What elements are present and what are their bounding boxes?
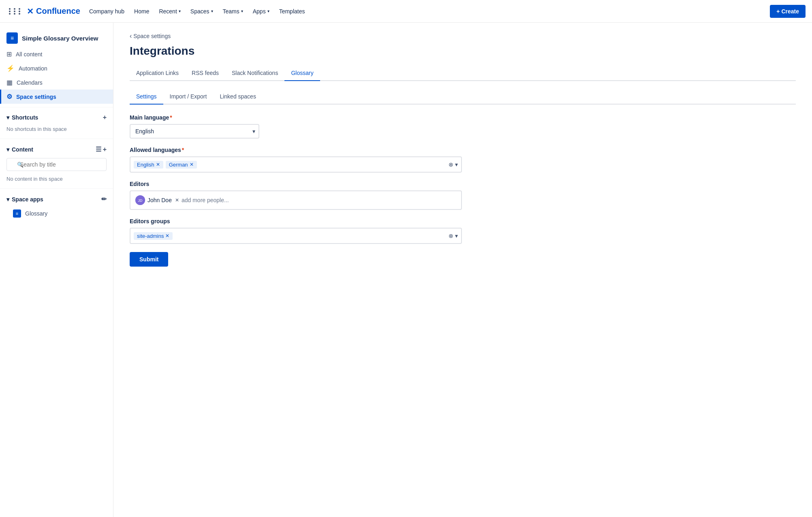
- editors-groups-actions: ⊗ ▾: [449, 233, 458, 239]
- main-language-select-wrapper: English German French Spanish ▾: [130, 124, 259, 139]
- space-apps-edit-icon[interactable]: ✏: [101, 195, 107, 203]
- editors-groups-label: Editors groups: [130, 218, 462, 224]
- all-content-icon: ⊞: [6, 50, 12, 58]
- shortcuts-header[interactable]: ▾ Shortcuts +: [0, 111, 113, 124]
- submit-button[interactable]: Submit: [130, 252, 168, 267]
- nav-company-hub[interactable]: Company hub: [85, 6, 128, 17]
- editors-groups-field: Editors groups site-admins ✕ ⊗ ▾: [130, 218, 462, 244]
- sidebar-shortcuts-section: ▾ Shortcuts + No shortcuts in this space: [0, 107, 113, 135]
- sidebar-item-calendars[interactable]: ▦ Calendars: [0, 75, 113, 90]
- sidebar-space-apps-section: ▾ Space apps ✏ ≡ Glossary: [0, 188, 113, 221]
- shortcuts-add-icon[interactable]: +: [103, 114, 107, 121]
- back-arrow-icon: ‹: [130, 32, 132, 40]
- editor-john-doe-remove[interactable]: ✕: [175, 197, 179, 203]
- confluence-logo[interactable]: ✕ Confluence: [27, 6, 80, 16]
- sidebar-space-title: ≡ Simple Glossary Overview: [0, 29, 113, 47]
- content-header[interactable]: ▾ Content ☰ +: [0, 142, 113, 156]
- shortcuts-empty-text: No shortcuts in this space: [0, 124, 113, 135]
- secondary-tabs: Settings Import / Export Linked spaces: [130, 89, 796, 105]
- calendars-icon: ▦: [6, 79, 13, 86]
- tab-application-links[interactable]: Application Links: [130, 66, 185, 81]
- required-star-2: *: [182, 147, 184, 153]
- editor-avatar: JD: [135, 195, 145, 205]
- allowed-languages-actions: ⊗ ▾: [449, 161, 458, 168]
- sidebar-item-space-settings[interactable]: ⚙ Space settings: [0, 90, 113, 104]
- tag-english-remove[interactable]: ✕: [156, 162, 160, 167]
- automation-icon: ⚡: [6, 64, 15, 72]
- main-content: ‹ Space settings Integrations Applicatio…: [113, 23, 812, 517]
- allowed-languages-chevron-icon[interactable]: ▾: [455, 161, 458, 168]
- tag-english: English ✕: [134, 161, 163, 169]
- space-apps-header[interactable]: ▾ Space apps ✏: [0, 192, 113, 206]
- editors-groups-chevron-icon[interactable]: ▾: [455, 233, 458, 239]
- editors-groups-input[interactable]: site-admins ✕ ⊗ ▾: [130, 228, 462, 244]
- nav-recent[interactable]: Recent: [155, 6, 184, 17]
- top-navigation: ✕ Confluence Company hub Home Recent Spa…: [0, 0, 812, 23]
- editors-field: Editors JD John Doe ✕ add more people...: [130, 181, 462, 210]
- allowed-languages-input[interactable]: English ✕ German ✕ ⊗ ▾: [130, 156, 462, 173]
- sidebar-app-glossary[interactable]: ≡ Glossary: [0, 206, 113, 221]
- main-language-label: Main language *: [130, 114, 462, 121]
- sidebar-item-automation[interactable]: ⚡ Automation: [0, 61, 113, 75]
- tag-site-admins: site-admins ✕: [134, 232, 173, 240]
- glossary-app-icon: ≡: [13, 209, 21, 218]
- content-search-wrap: 🔍: [0, 156, 113, 174]
- search-icon: 🔍: [17, 162, 24, 168]
- sidebar-content-section: ▾ Content ☰ + 🔍 No content in this space: [0, 139, 113, 185]
- tab-rss-feeds[interactable]: RSS feeds: [185, 66, 225, 81]
- confluence-logo-icon: ✕: [27, 6, 34, 16]
- space-settings-icon: ⚙: [6, 93, 12, 100]
- content-add-icon[interactable]: +: [103, 146, 107, 153]
- space-apps-collapse-icon: ▾: [6, 196, 9, 203]
- tab-slack-notifications[interactable]: Slack Notifications: [225, 66, 284, 81]
- sidebar-item-all-content[interactable]: ⊞ All content: [0, 47, 113, 61]
- confluence-logo-text: Confluence: [36, 6, 80, 16]
- nav-spaces[interactable]: Spaces: [186, 6, 217, 17]
- main-language-field: Main language * English German French Sp…: [130, 114, 462, 139]
- tab-import-export[interactable]: Import / Export: [163, 89, 214, 105]
- space-icon: ≡: [6, 32, 18, 44]
- editors-groups-clear-icon[interactable]: ⊗: [449, 233, 453, 239]
- nav-home[interactable]: Home: [130, 6, 153, 17]
- create-button[interactable]: + Create: [770, 5, 806, 18]
- allowed-languages-label: Allowed languages *: [130, 147, 462, 153]
- tag-german: German ✕: [166, 161, 197, 169]
- shortcuts-collapse-icon: ▾: [6, 114, 9, 121]
- tab-linked-spaces[interactable]: Linked spaces: [213, 89, 263, 105]
- page-title: Integrations: [130, 45, 796, 58]
- content-filter-icon[interactable]: ☰: [96, 145, 101, 153]
- editors-placeholder[interactable]: add more people...: [182, 197, 229, 203]
- content-collapse-icon: ▾: [6, 146, 9, 153]
- tag-site-admins-remove[interactable]: ✕: [165, 233, 169, 238]
- editors-input[interactable]: JD John Doe ✕ add more people...: [130, 190, 462, 210]
- nav-templates[interactable]: Templates: [275, 6, 309, 17]
- apps-grid-icon[interactable]: [6, 6, 25, 17]
- settings-form: Main language * English German French Sp…: [130, 114, 462, 267]
- nav-teams[interactable]: Teams: [219, 6, 247, 17]
- svg-text:JD: JD: [138, 199, 143, 203]
- back-to-space-settings[interactable]: ‹ Space settings: [130, 32, 796, 40]
- primary-tabs: Application Links RSS feeds Slack Notifi…: [130, 66, 796, 81]
- page-layout: ≡ Simple Glossary Overview ⊞ All content…: [0, 23, 812, 517]
- allowed-languages-field: Allowed languages * English ✕ German ✕ ⊗…: [130, 147, 462, 173]
- editors-label: Editors: [130, 181, 462, 187]
- editor-john-doe: JD John Doe ✕: [135, 195, 179, 205]
- nav-apps[interactable]: Apps: [249, 6, 274, 17]
- required-star: *: [170, 114, 172, 121]
- tab-glossary[interactable]: Glossary: [284, 66, 320, 81]
- allowed-languages-clear-icon[interactable]: ⊗: [449, 161, 453, 168]
- main-language-select[interactable]: English German French Spanish: [130, 124, 259, 139]
- sidebar: ≡ Simple Glossary Overview ⊞ All content…: [0, 23, 113, 517]
- tag-german-remove[interactable]: ✕: [190, 162, 194, 167]
- tab-settings[interactable]: Settings: [130, 89, 163, 105]
- content-empty-text: No content in this space: [0, 174, 113, 185]
